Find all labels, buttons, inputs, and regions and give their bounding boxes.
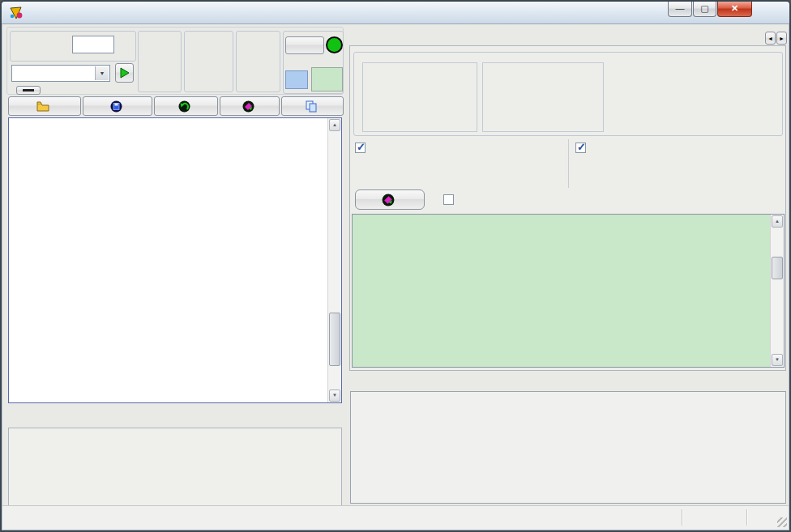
statusbar-separator: [682, 509, 683, 526]
log-scroll-up-icon[interactable]: ▲: [772, 215, 783, 228]
log-scrollbar[interactable]: ▲ ▼: [770, 215, 784, 367]
resize-grip[interactable]: [777, 517, 787, 527]
copy-buffer-button[interactable]: [281, 96, 344, 116]
undo-icon: [178, 100, 190, 113]
analyzer-settings-group: [353, 52, 783, 136]
tabs-scroll-left-icon[interactable]: ◄: [765, 32, 776, 45]
start-sum-group: [10, 31, 136, 62]
prev-value: [285, 70, 308, 89]
play-icon: [120, 67, 130, 79]
copy-icon: [306, 100, 317, 113]
close-button[interactable]: ✕: [717, 2, 752, 17]
open-folder-icon: [36, 101, 49, 112]
collapse-button[interactable]: [16, 86, 41, 95]
autoclean-checkbox[interactable]: [443, 194, 454, 205]
chances-miss-group: [482, 62, 604, 132]
app-icon: [9, 6, 24, 20]
dash-icon: [23, 89, 34, 92]
app-window: — ▢ ✕ ▼: [0, 0, 791, 532]
alternation-chances-panel: [353, 139, 569, 188]
analyzer-clear-button[interactable]: [355, 189, 425, 210]
analyzer-clear-icon: [382, 194, 395, 206]
frequency-chart-panel: [350, 391, 786, 504]
alternation-dozens-panel: [574, 139, 785, 188]
statusbar-separator: [746, 509, 748, 526]
frequency-chart: [351, 392, 785, 503]
scroll-up-icon[interactable]: ▲: [329, 119, 340, 131]
autoshift-group: [283, 31, 344, 94]
clear-icon: [242, 100, 254, 113]
scroll-down-icon[interactable]: ▼: [329, 389, 340, 402]
start-sum-input[interactable]: [72, 36, 114, 53]
status-bar: [2, 505, 789, 529]
maximize-button[interactable]: ▢: [693, 2, 716, 17]
spin-history-table: ▲ ▼: [8, 117, 342, 403]
load-button[interactable]: [8, 96, 81, 116]
manual-input-panel: [8, 428, 342, 506]
table-scrollbar[interactable]: ▲ ▼: [327, 118, 341, 402]
play-button[interactable]: [115, 63, 134, 83]
analyzer-log[interactable]: ▲ ▼: [352, 214, 785, 368]
analyze-chances-checkbox[interactable]: [355, 143, 366, 153]
log-scrollbar-thumb[interactable]: [772, 257, 783, 279]
game-on-group: [138, 31, 182, 92]
type-group: [236, 31, 280, 92]
table-scrollbar-thumb[interactable]: [329, 313, 340, 366]
log-scroll-down-icon[interactable]: ▼: [772, 354, 783, 366]
minimize-button[interactable]: —: [668, 2, 692, 17]
combobox-dropdown-icon[interactable]: ▼: [95, 66, 109, 80]
analyze-dozens-checkbox[interactable]: [575, 143, 586, 153]
autoshift-value: [311, 67, 343, 92]
undo-button[interactable]: [154, 96, 218, 116]
as-button[interactable]: [326, 36, 343, 53]
roulette-group: [184, 31, 233, 92]
clear-button[interactable]: [220, 96, 280, 116]
save-button[interactable]: [83, 96, 152, 116]
history-combobox[interactable]: ▼: [11, 65, 110, 82]
new-button[interactable]: [285, 36, 324, 54]
chances-hit-group: [362, 62, 477, 132]
save-icon: [110, 100, 122, 113]
tabs-scroll-right-icon[interactable]: ►: [776, 32, 787, 45]
dozen-column-group: [609, 62, 777, 132]
title-bar[interactable]: — ▢ ✕: [2, 2, 789, 24]
